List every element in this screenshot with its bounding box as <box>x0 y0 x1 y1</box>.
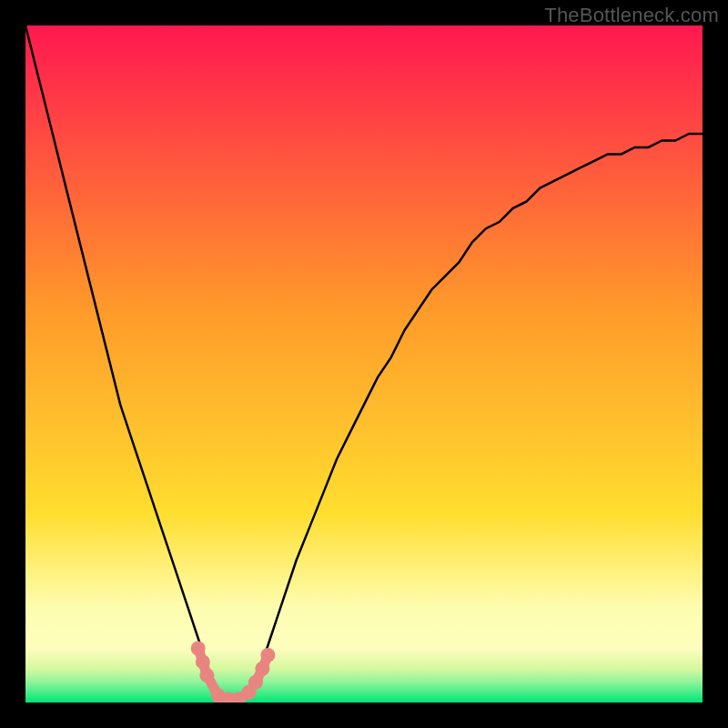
chart-svg <box>25 25 703 703</box>
marker-dot <box>255 662 269 676</box>
gradient-background <box>25 25 703 703</box>
marker-dot <box>196 654 210 669</box>
marker-dot <box>248 675 263 690</box>
chart-frame <box>25 25 703 703</box>
marker-dot <box>191 642 206 656</box>
watermark-text: TheBottleneck.com <box>544 4 719 27</box>
marker-dot <box>199 668 214 682</box>
marker-dot <box>260 648 275 662</box>
